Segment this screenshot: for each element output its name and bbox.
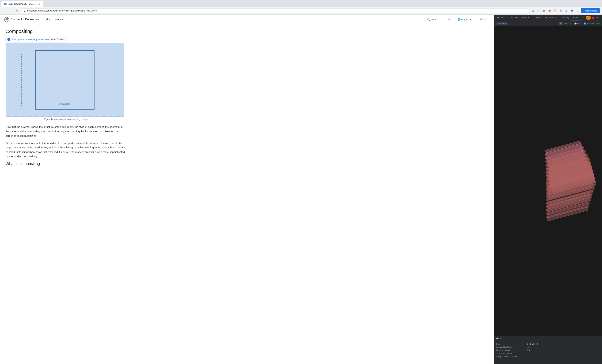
language-label: English <box>461 18 469 21</box>
tab-bar: inside-browser-part3 - Chrome for Develo… <box>0 0 602 7</box>
forward-button[interactable]: → <box>8 8 13 13</box>
article: Compositing div.sizing-small.phase-ready… <box>0 24 132 174</box>
tab-elements[interactable]: Elements <box>495 15 508 21</box>
back-button[interactable]: ← <box>2 8 7 13</box>
layers-3d-view[interactable] <box>494 26 602 336</box>
language-selector[interactable]: 🌐 English ▾ <box>456 17 473 22</box>
site-logo-text: Chrome for Developers <box>11 18 39 21</box>
details-row-memory: Memory estimate 0 B <box>496 349 600 352</box>
devtools-settings-icon[interactable]: ⚙ <box>595 16 599 20</box>
menu-icon[interactable]: ⋮ <box>575 8 580 13</box>
chevron-down-icon: ▾ <box>470 18 471 21</box>
devtools-tab-bar: Elements Console Sources Network Perform… <box>494 15 602 21</box>
website-content: Chrome for Developers Blog More ▾ 🔍 Sear… <box>0 15 494 364</box>
rotate-tool-button[interactable]: ↩ <box>564 21 568 25</box>
size-label: Size <box>496 343 524 345</box>
nav-bar: ← → ↻ 🔒 developer.chrome.com/blog/inside… <box>0 7 602 15</box>
tab-title: inside-browser-part3 - Chrome for Develo… <box>8 3 36 5</box>
slow-scroll-regions-label: Slow scroll regions <box>496 352 524 354</box>
chrome-logo-icon <box>4 17 9 22</box>
tab-sources[interactable]: Sources <box>519 15 531 21</box>
details-row-sticky: Sticky position constraint <box>496 355 600 358</box>
devtools-more-icon[interactable]: ⋮ <box>599 16 602 20</box>
site-logo: Chrome for Developers <box>4 17 39 22</box>
reset-view-button[interactable]: ⊡ <box>569 21 573 25</box>
figure-animation: viewport <box>6 43 124 117</box>
slow-scroll-checkbox[interactable] <box>584 22 586 25</box>
browser-window: inside-browser-part3 - Chrome for Develo… <box>0 0 602 364</box>
size-value: 0 × 0 (at 0, 0) <box>527 343 538 345</box>
nav-blog[interactable]: Blog <box>43 17 53 22</box>
compositing-reasons-label: Compositing Reasons <box>496 346 524 348</box>
search-placeholder: Search <box>431 18 439 21</box>
details-row-compositing: Compositing Reasons n/a <box>496 345 600 349</box>
search-icon: 🔍 <box>427 18 430 21</box>
tooltip-class: div.sizing-small.phase-ready.state-playi… <box>11 38 50 41</box>
paints-label: Paints <box>577 22 583 25</box>
tab-layers[interactable]: Layers <box>571 15 582 21</box>
bookmark-icon[interactable]: ☆ <box>536 8 541 13</box>
slow-scroll-label: Slow scroll rects <box>587 22 601 25</box>
warnings-badge: ⚠ 56 <box>586 16 591 20</box>
paragraph-2: Perhaps a naive way to handle this would… <box>6 141 127 159</box>
address-bar[interactable]: 🔒 developer.chrome.com/blog/inside-brows… <box>21 8 529 13</box>
site-nav: Blog More ▾ <box>43 17 65 22</box>
details-tab[interactable]: Details <box>494 336 602 341</box>
tab-network[interactable]: Network <box>531 15 543 21</box>
extension-icon1[interactable]: ⚙ <box>542 8 547 13</box>
extension-icon2[interactable]: 🦊 <box>547 8 552 13</box>
pan-tool-button[interactable]: ✥ <box>559 21 563 25</box>
figure-wrapper: viewport <box>6 43 124 117</box>
url-display: developer.chrome.com/blog/inside-browser… <box>27 10 527 12</box>
layers-node-label: #327(0 × 0) <box>495 22 507 25</box>
extension-manager-icon[interactable]: ⊞ <box>564 8 569 13</box>
paints-checkbox[interactable] <box>574 22 577 25</box>
details-row-size: Size 0 × 0 (at 0, 0) <box>496 343 600 345</box>
warning-icon: ⚠ <box>587 16 588 18</box>
finish-update-button[interactable]: Finish update <box>581 8 600 13</box>
nav-more[interactable]: More ▾ <box>53 17 65 22</box>
tab-favicon <box>4 3 7 5</box>
viewport-box: viewport <box>35 50 95 110</box>
tooltip-element-icon <box>8 38 10 41</box>
devtools-toolbar-icons: ⚠ 56 8 ⚙ ⋮ ✕ <box>586 16 602 20</box>
sticky-position-label: Sticky position constraint <box>496 355 524 358</box>
figure-caption: Figure 14: Animation of naive rastering … <box>6 118 127 121</box>
paints-checkbox-label[interactable]: Paints <box>574 22 583 25</box>
details-panel: Details Size 0 × 0 (at 0, 0) Compositing… <box>494 336 602 364</box>
tab-close-button[interactable]: ✕ <box>38 3 41 5</box>
theme-toggle-button[interactable]: ☀ <box>446 17 452 22</box>
tab-performance[interactable]: Performance <box>543 15 559 21</box>
svg-point-1 <box>6 19 8 20</box>
reload-button[interactable]: ↻ <box>15 8 20 13</box>
compositing-reasons-value: n/a <box>527 346 529 348</box>
slow-scroll-checkbox-label[interactable]: Slow scroll rects <box>584 22 601 25</box>
search-bar[interactable]: 🔍 Search <box>424 17 442 22</box>
sign-in-button[interactable]: Sign in <box>477 17 490 22</box>
memory-label: Memory estimate <box>496 349 524 351</box>
active-tab[interactable]: inside-browser-part3 - Chrome for Develo… <box>1 1 43 7</box>
more-tabs-button[interactable]: » <box>582 17 586 19</box>
globe-icon: 🌐 <box>457 18 461 21</box>
article-title: Compositing <box>6 29 127 34</box>
cast-icon[interactable]: ⊡ <box>530 8 535 13</box>
element-tooltip: div.sizing-small.phase-ready.state-playi… <box>6 37 65 42</box>
memory-value: 0 B <box>527 349 530 351</box>
tab-memory[interactable]: Memory <box>559 15 571 21</box>
devtools-panel: Elements Console Sources Network Perform… <box>494 15 602 364</box>
extension-icon4[interactable]: 🔧 <box>559 8 563 13</box>
viewport-label: viewport <box>59 102 71 106</box>
errors-badge: 8 <box>592 17 594 19</box>
extension-icon3[interactable]: 🐕 <box>553 8 558 13</box>
profile-icon[interactable]: 👤 <box>570 8 574 13</box>
layers-3d-svg <box>494 26 602 336</box>
details-row-slow-scroll: Slow scroll regions <box>496 352 600 355</box>
tab-console[interactable]: Console <box>508 15 519 21</box>
nav-icons: ⊡ ☆ ⚙ 🦊 🐕 🔧 ⊞ 👤 ⋮ Finish update <box>530 8 600 13</box>
section-heading-compositing: What is compositing <box>6 161 127 166</box>
paragraph-1: Now that the browser knows the structure… <box>6 125 127 138</box>
layers-toolbar: #327(0 × 0) ✥ ↩ ⊡ Paints Slow scroll rec… <box>494 21 602 26</box>
tooltip-size: 843 × 526.88 <box>51 38 64 41</box>
site-header: Chrome for Developers Blog More ▾ 🔍 Sear… <box>0 15 494 24</box>
main-area: Chrome for Developers Blog More ▾ 🔍 Sear… <box>0 15 602 364</box>
